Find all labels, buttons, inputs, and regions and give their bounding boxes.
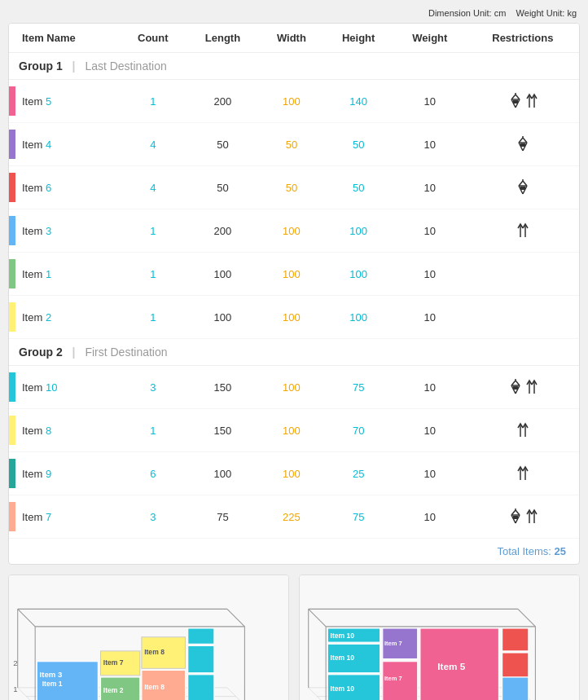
color-bar [9, 216, 15, 245]
main-container: Dimension Unit: cm Weight Unit: kg Item … [0, 0, 588, 700]
item-restrictions [467, 253, 579, 296]
color-bar [9, 302, 15, 332]
col-restrictions: Restrictions [467, 24, 579, 53]
item-name-text: Item 6 [22, 182, 51, 194]
item-width: 100 [259, 409, 323, 452]
item-width: 50 [259, 123, 323, 166]
svg-text:Item 10: Item 10 [331, 632, 355, 640]
color-bar [9, 259, 15, 288]
total-label: Total Items: [497, 545, 551, 557]
left-3d-view: 2 1 Item 1 Item 2 Item 7 Item 8 [9, 575, 288, 700]
upright-icon [526, 379, 538, 395]
item-name-cell: Item 2 [9, 296, 120, 339]
item-weight: 10 [393, 366, 467, 409]
panels-row: 2 1 Item 1 Item 2 Item 7 Item 8 [8, 575, 580, 700]
item-cell: Item 4 [9, 130, 113, 159]
table-row: Item 2 110010010010 [9, 296, 579, 339]
item-length: 200 [186, 80, 259, 123]
item-name-text: Item 7 [22, 511, 51, 523]
dimension-val: cm [494, 8, 507, 18]
item-restrictions [467, 123, 579, 166]
svg-rect-21 [520, 187, 525, 190]
table-row: Item 3 120010010010 [9, 209, 579, 253]
item-count: 4 [120, 166, 186, 209]
item-name-cell: Item 6 [9, 166, 120, 209]
weight-label: Weight Unit: [516, 8, 565, 18]
item-count: 4 [120, 123, 186, 166]
color-bar [9, 416, 15, 445]
table-row: Item 10 31501007510 [9, 366, 579, 409]
item-weight: 10 [393, 123, 467, 166]
item-name-cell: Item 7 [9, 495, 120, 539]
item-name-cell: Item 1 [9, 253, 120, 296]
svg-text:Item 3: Item 3 [40, 670, 63, 679]
item-name-cell: Item 10 [9, 366, 120, 409]
col-width: Width [259, 24, 323, 53]
item-num: 8 [46, 425, 51, 437]
left-panel: 2 1 Item 1 Item 2 Item 7 Item 8 [8, 575, 289, 700]
item-length: 200 [186, 209, 259, 253]
item-restrictions [467, 495, 579, 539]
table-row: Item 6 450505010 [9, 166, 579, 209]
item-count: 3 [120, 495, 186, 539]
item-restrictions [467, 366, 579, 409]
item-count: 3 [120, 366, 186, 409]
table-row: Item 8 11501007010 [9, 409, 579, 452]
item-name-text: Item 10 [22, 381, 57, 394]
item-name-text: Item 8 [22, 425, 51, 437]
item-width: 100 [259, 80, 323, 123]
item-name-text: Item 4 [22, 139, 51, 151]
color-bar [9, 173, 15, 202]
svg-rect-111 [502, 628, 529, 651]
item-restrictions [467, 80, 579, 123]
upright-icon [517, 465, 529, 482]
color-bar [9, 459, 15, 488]
group-header-row: Group 2 | First Destination [9, 339, 579, 366]
svg-line-95 [518, 609, 535, 626]
item-weight: 10 [393, 495, 467, 539]
upright-icon [517, 222, 529, 239]
item-height: 75 [323, 366, 393, 409]
item-count: 6 [120, 452, 186, 495]
svg-text:Item 2: Item 2 [103, 686, 124, 694]
right-3d-view: Item 10 Item 10 Item 10 Item 7 Item 5 It… [300, 575, 579, 700]
item-height: 70 [323, 409, 393, 452]
item-height: 25 [323, 452, 393, 495]
item-num: 1 [46, 268, 51, 280]
table-row: Item 9 61001002510 [9, 452, 579, 495]
svg-text:Item 10: Item 10 [331, 654, 355, 662]
item-restrictions [467, 452, 579, 495]
separator: | [69, 346, 79, 359]
svg-text:Item 8: Item 8 [144, 683, 165, 691]
right-side-svg: Item 10 Item 10 Item 10 Item 7 Item 5 It… [300, 575, 579, 700]
table-row: Item 4 450505010 [9, 123, 579, 166]
item-length: 75 [186, 495, 259, 539]
unit-info: Dimension Unit: cm Weight Unit: kg [8, 8, 580, 18]
item-restrictions [467, 166, 579, 209]
restrictions-cell [473, 179, 573, 196]
item-height: 100 [323, 296, 393, 339]
upright-icon [526, 93, 538, 109]
item-name-cell: Item 9 [9, 452, 120, 495]
table-header-row: Item Name Count Length Width Height Weig… [9, 24, 579, 53]
svg-line-94 [309, 609, 326, 626]
weight-val: kg [567, 8, 577, 18]
item-name-cell: Item 3 [9, 209, 120, 253]
item-width: 100 [259, 296, 323, 339]
svg-text:Item 7: Item 7 [384, 675, 402, 682]
item-cell: Item 6 [9, 173, 113, 202]
svg-line-62 [227, 609, 244, 626]
dimension-label: Dimension Unit: [428, 8, 492, 18]
item-restrictions [467, 409, 579, 452]
fragile-icon [516, 136, 530, 152]
col-item-name: Item Name [9, 24, 120, 53]
item-name-text: Item 2 [22, 311, 51, 324]
svg-rect-30 [513, 386, 518, 390]
color-bar [9, 86, 15, 116]
item-length: 150 [186, 409, 259, 452]
table-row: Item 1 110010010010 [9, 253, 579, 296]
svg-text:Item 5: Item 5 [437, 661, 465, 671]
svg-rect-43 [513, 516, 518, 519]
restrictions-cell [473, 379, 573, 395]
item-length: 100 [186, 452, 259, 495]
